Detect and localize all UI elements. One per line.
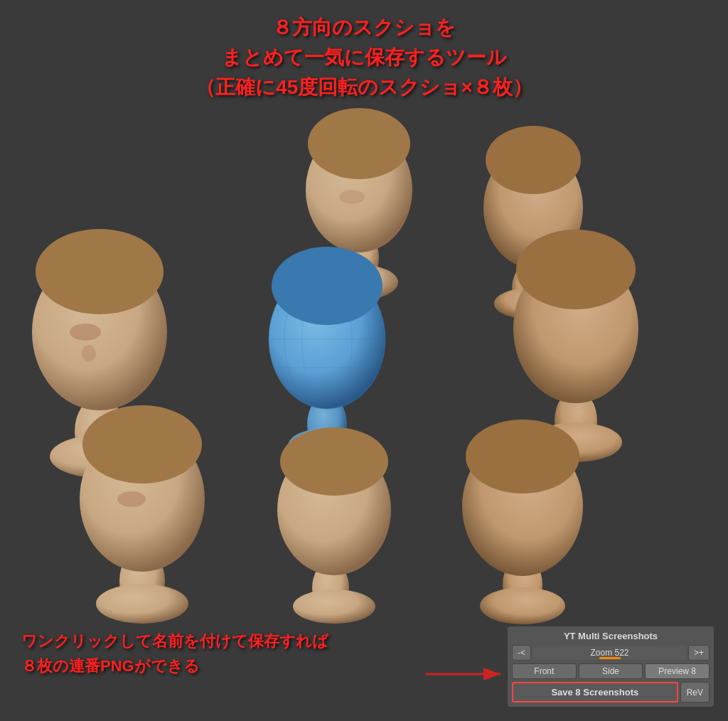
svg-point-2 xyxy=(308,108,410,179)
zoom-plus-button[interactable]: >+ xyxy=(688,645,710,661)
svg-point-13 xyxy=(82,345,96,362)
svg-point-27 xyxy=(516,230,636,309)
svg-point-36 xyxy=(280,427,388,496)
svg-point-11 xyxy=(36,229,164,314)
preview-tab-button[interactable]: Preview 8 xyxy=(645,663,710,679)
zoom-minus-button[interactable]: -< xyxy=(512,645,531,661)
svg-point-12 xyxy=(70,324,101,341)
svg-point-37 xyxy=(293,589,375,624)
zoom-label: Zoom 522 xyxy=(533,646,686,660)
save-row: Save 8 Screenshots ReV xyxy=(512,682,710,703)
arrow-indicator xyxy=(422,660,508,691)
heads-svg xyxy=(0,92,728,636)
svg-point-23 xyxy=(272,247,382,325)
svg-point-33 xyxy=(96,584,188,624)
svg-point-3 xyxy=(339,190,365,204)
svg-point-40 xyxy=(466,420,579,493)
svg-point-31 xyxy=(82,405,202,484)
svg-point-7 xyxy=(486,126,581,194)
title-area: ８方向のスクショを まとめて一気に保存するツール （正確に45度回転のスクショ×… xyxy=(151,13,577,102)
save-screenshots-button[interactable]: Save 8 Screenshots xyxy=(512,682,678,703)
title-line1: ８方向のスクショを xyxy=(151,13,577,43)
bottom-description: ワンクリックして名前を付けて保存すれば ８枚の連番PNGができる xyxy=(21,629,328,678)
side-tab-button[interactable]: Side xyxy=(579,663,643,679)
bottom-text-line1: ワンクリックして名前を付けて保存すれば xyxy=(21,629,328,653)
bottom-text-line2: ８枚の連番PNGができる xyxy=(21,653,328,678)
front-tab-button[interactable]: Front xyxy=(512,663,577,679)
arrow-svg xyxy=(422,660,508,688)
heads-display xyxy=(0,92,728,636)
panel-title: YT Multi Screenshots xyxy=(512,631,710,641)
svg-point-32 xyxy=(117,491,146,507)
zoom-row: -< Zoom 522 >+ xyxy=(512,645,710,661)
title-line3: （正確に45度回転のスクショ×８枚） xyxy=(151,73,577,102)
view-tabs-row: Front Side Preview 8 xyxy=(512,663,710,679)
ui-panel: YT Multi Screenshots -< Zoom 522 >+ Fron… xyxy=(508,626,714,707)
rev-button[interactable]: ReV xyxy=(680,682,710,703)
title-line2: まとめて一気に保存するツール xyxy=(151,43,577,73)
zoom-bar-indicator xyxy=(599,657,621,659)
svg-point-41 xyxy=(480,587,565,624)
